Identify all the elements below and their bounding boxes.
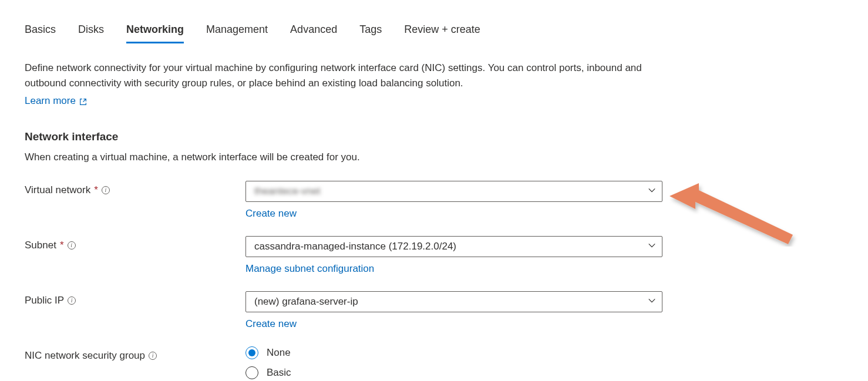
wizard-tabs: Basics Disks Networking Management Advan…: [25, 23, 868, 44]
nsg-radio-none-label: None: [267, 347, 291, 359]
tab-review-create[interactable]: Review + create: [404, 23, 480, 43]
section-title-network-interface: Network interface: [25, 130, 868, 143]
label-virtual-network-text: Virtual network: [25, 184, 90, 196]
section-subtitle: When creating a virtual machine, a netwo…: [25, 151, 868, 163]
chevron-down-icon: [648, 296, 656, 308]
control-subnet: cassandra-managed-instance (172.19.2.0/2…: [245, 236, 662, 275]
public-ip-value: (new) grafana-server-ip: [254, 296, 358, 308]
label-public-ip: Public IP i: [25, 291, 245, 306]
label-subnet-text: Subnet: [25, 240, 56, 251]
nsg-radio-basic[interactable]: Basic: [245, 366, 662, 379]
tab-disks[interactable]: Disks: [78, 23, 104, 43]
tab-networking[interactable]: Networking: [126, 23, 184, 43]
info-icon[interactable]: i: [149, 352, 157, 360]
tab-advanced[interactable]: Advanced: [290, 23, 337, 43]
tab-management[interactable]: Management: [206, 23, 268, 43]
subnet-value: cassandra-managed-instance (172.19.2.0/2…: [254, 241, 456, 252]
create-new-public-ip-link[interactable]: Create new: [245, 318, 297, 330]
row-public-ip: Public IP i (new) grafana-server-ip Crea…: [25, 291, 868, 330]
create-new-vnet-link[interactable]: Create new: [245, 208, 297, 220]
row-virtual-network: Virtual network * i theantece-vnet Creat…: [25, 181, 868, 220]
virtual-network-select[interactable]: theantece-vnet: [245, 181, 662, 202]
chevron-down-icon: [648, 186, 656, 197]
control-public-ip: (new) grafana-server-ip Create new: [245, 291, 662, 330]
row-nic-nsg: NIC network security group i None Basic: [25, 346, 868, 379]
label-subnet: Subnet * i: [25, 236, 245, 251]
external-link-icon: [79, 97, 87, 104]
nsg-radio-group: None Basic: [245, 346, 662, 379]
info-icon[interactable]: i: [68, 296, 76, 305]
label-public-ip-text: Public IP: [25, 295, 64, 306]
required-asterisk: *: [60, 240, 64, 251]
virtual-network-value: theantece-vnet: [254, 186, 320, 197]
info-icon[interactable]: i: [102, 186, 110, 194]
chevron-down-icon: [648, 241, 656, 252]
radio-icon: [245, 366, 258, 379]
learn-more-label: Learn more: [25, 95, 76, 107]
label-nic-nsg-text: NIC network security group: [25, 350, 145, 362]
nsg-radio-none[interactable]: None: [245, 346, 662, 359]
label-virtual-network: Virtual network * i: [25, 181, 245, 196]
info-icon[interactable]: i: [68, 241, 76, 249]
manage-subnet-link[interactable]: Manage subnet configuration: [245, 263, 374, 275]
learn-more-link[interactable]: Learn more: [25, 95, 87, 107]
public-ip-select[interactable]: (new) grafana-server-ip: [245, 291, 662, 312]
nsg-radio-basic-label: Basic: [267, 367, 291, 379]
required-asterisk: *: [94, 184, 98, 196]
radio-icon: [245, 346, 258, 359]
tab-basics[interactable]: Basics: [25, 23, 56, 43]
control-virtual-network: theantece-vnet Create new: [245, 181, 662, 220]
subnet-select[interactable]: cassandra-managed-instance (172.19.2.0/2…: [245, 236, 662, 257]
tab-tags[interactable]: Tags: [359, 23, 382, 43]
row-subnet: Subnet * i cassandra-managed-instance (1…: [25, 236, 868, 275]
networking-description: Define network connectivity for your vir…: [25, 60, 647, 92]
label-nic-nsg: NIC network security group i: [25, 346, 245, 362]
